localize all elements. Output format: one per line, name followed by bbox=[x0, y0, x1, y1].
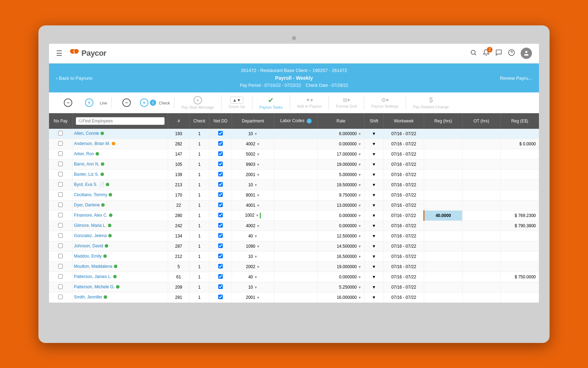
dept-dropdown-arrow[interactable]: ▼ bbox=[256, 245, 260, 248]
dept-dropdown-arrow[interactable]: ▼ bbox=[256, 173, 260, 177]
payrun-settings-button[interactable]: ⚙▾ Payrun Settings bbox=[368, 95, 402, 110]
nopay-checkbox[interactable] bbox=[58, 233, 63, 238]
nopay-checkbox[interactable] bbox=[58, 141, 63, 146]
shift-cell[interactable]: ▼ bbox=[365, 129, 384, 139]
user-avatar[interactable] bbox=[521, 48, 532, 59]
rate-dropdown-arrow[interactable]: ▼ bbox=[358, 275, 361, 279]
employee-name[interactable]: Anderson, Brian M. bbox=[73, 139, 168, 148]
nopay-checkbox[interactable] bbox=[58, 172, 63, 176]
shift-cell[interactable]: ▼ bbox=[365, 292, 384, 302]
nopay-checkbox[interactable] bbox=[58, 243, 63, 248]
netdd-checkbox[interactable] bbox=[218, 254, 223, 258]
labor-codes-info-icon[interactable]: i bbox=[307, 119, 312, 123]
pay-stub-button[interactable]: + Pay Stub Message bbox=[179, 95, 217, 111]
employee-name[interactable]: Arker, Ron bbox=[73, 149, 168, 158]
employee-name[interactable]: Gilmore, Maria L. bbox=[73, 221, 168, 230]
dept-dropdown-arrow[interactable]: ▼ bbox=[256, 193, 260, 197]
dept-dropdown-arrow[interactable]: ▼ bbox=[256, 265, 260, 269]
dept-dropdown-arrow[interactable]: ▼ bbox=[254, 183, 258, 187]
rate-dropdown-arrow[interactable]: ▼ bbox=[358, 214, 361, 218]
employee-name[interactable]: Maddox, Emily bbox=[73, 252, 168, 261]
rate-dropdown-arrow[interactable]: ▼ bbox=[358, 163, 361, 167]
rate-dropdown-arrow[interactable]: ▼ bbox=[358, 173, 361, 177]
bell-icon[interactable]: 2 bbox=[483, 49, 490, 58]
employee-name[interactable]: Gonzalez, Jelena bbox=[73, 231, 168, 240]
netdd-checkbox[interactable] bbox=[218, 162, 223, 166]
rate-dropdown-arrow[interactable]: ▼ bbox=[358, 255, 361, 259]
dept-dropdown-arrow[interactable]: ▼ bbox=[254, 255, 258, 259]
employee-name[interactable]: Baxter, Liz S. bbox=[73, 170, 168, 179]
netdd-checkbox[interactable] bbox=[218, 264, 223, 269]
employee-name[interactable]: Byrd, Eva S.📄 bbox=[73, 180, 168, 189]
shift-cell[interactable]: ▼ bbox=[365, 169, 384, 180]
pay-related-button[interactable]: $ Pay Related Change bbox=[410, 95, 452, 110]
shift-cell[interactable]: ▼ bbox=[365, 200, 384, 210]
netdd-checkbox[interactable] bbox=[218, 223, 223, 228]
shift-cell[interactable]: ▼ bbox=[365, 272, 384, 282]
nopay-checkbox[interactable] bbox=[58, 223, 63, 228]
check-plus-button[interactable]: + i bbox=[137, 97, 159, 108]
line-minus-button[interactable]: − bbox=[57, 97, 79, 108]
dept-dropdown-arrow[interactable]: ▼ bbox=[256, 163, 260, 167]
shift-cell[interactable]: ▼ bbox=[365, 210, 384, 221]
check-info-icon[interactable]: i bbox=[150, 99, 156, 106]
nopay-checkbox[interactable] bbox=[58, 264, 63, 269]
nopay-checkbox[interactable] bbox=[58, 284, 63, 289]
netdd-checkbox[interactable] bbox=[218, 141, 223, 146]
nopay-checkbox[interactable] bbox=[58, 213, 63, 217]
nopay-checkbox[interactable] bbox=[58, 203, 63, 207]
dept-dropdown-arrow[interactable]: ▼ bbox=[256, 204, 260, 207]
hamburger-icon[interactable]: ☰ bbox=[56, 49, 62, 58]
employee-name[interactable]: Patterson, Michele G. bbox=[73, 282, 168, 291]
rate-dropdown-arrow[interactable]: ▼ bbox=[358, 152, 361, 156]
nopay-checkbox[interactable] bbox=[58, 192, 63, 197]
dept-dropdown-arrow[interactable]: ▼ bbox=[254, 132, 258, 136]
employee-name[interactable]: Patterson, James L. bbox=[73, 272, 168, 281]
shift-cell[interactable]: ▼ bbox=[365, 221, 384, 231]
dept-dropdown-arrow[interactable]: ▼ bbox=[256, 224, 260, 228]
format-grid-button[interactable]: ⊞▾ Format Grid bbox=[333, 95, 360, 110]
employee-name[interactable]: Finamore, Alex C. bbox=[73, 211, 168, 220]
dept-dropdown-arrow[interactable]: ▼ bbox=[254, 275, 258, 279]
rate-dropdown-arrow[interactable]: ▼ bbox=[358, 224, 361, 228]
rate-dropdown-arrow[interactable]: ▼ bbox=[358, 285, 361, 289]
dept-dropdown-arrow[interactable]: ▼ bbox=[256, 296, 260, 300]
netdd-checkbox[interactable] bbox=[218, 182, 223, 187]
shift-cell[interactable]: ▼ bbox=[365, 261, 384, 272]
nopay-checkbox[interactable] bbox=[58, 131, 63, 135]
rate-dropdown-arrow[interactable]: ▼ bbox=[358, 142, 361, 146]
rate-dropdown-arrow[interactable]: ▼ bbox=[358, 296, 361, 300]
employee-name[interactable]: Smith, Jennifer bbox=[73, 292, 168, 302]
shift-cell[interactable]: ▼ bbox=[365, 159, 384, 169]
employee-name[interactable]: Ceciliano, Tommy bbox=[73, 190, 168, 199]
netdd-checkbox[interactable] bbox=[218, 295, 223, 299]
back-to-payruns-link[interactable]: ‹ Back to Payruns bbox=[56, 75, 92, 80]
shift-cell[interactable]: ▼ bbox=[365, 149, 384, 159]
rate-dropdown-arrow[interactable]: ▼ bbox=[358, 204, 361, 207]
chat-icon[interactable] bbox=[495, 49, 502, 58]
nopay-checkbox[interactable] bbox=[58, 295, 63, 299]
netdd-checkbox[interactable] bbox=[218, 274, 223, 279]
rate-dropdown-arrow[interactable]: ▼ bbox=[358, 193, 361, 197]
rate-dropdown-arrow[interactable]: ▼ bbox=[358, 245, 361, 248]
rate-dropdown-arrow[interactable]: ▼ bbox=[358, 265, 361, 269]
netdd-checkbox[interactable] bbox=[218, 213, 223, 217]
add-to-payrun-button[interactable]: ✦▾ Add to Payrun bbox=[294, 95, 325, 110]
dept-dropdown-arrow[interactable]: ▼ bbox=[254, 234, 258, 238]
employee-name[interactable]: Allen, Connie bbox=[73, 129, 168, 138]
netdd-checkbox[interactable] bbox=[218, 131, 223, 135]
nopay-checkbox[interactable] bbox=[58, 182, 63, 187]
employee-name[interactable]: Moulton, Maddalena bbox=[73, 262, 168, 271]
help-icon[interactable] bbox=[508, 49, 515, 58]
gross-up-button[interactable]: ▲▼ Gross Up bbox=[226, 95, 247, 110]
shift-cell[interactable]: ▼ bbox=[365, 231, 384, 241]
shift-cell[interactable]: ▼ bbox=[365, 241, 384, 251]
rate-dropdown-arrow[interactable]: ▼ bbox=[358, 183, 361, 187]
nopay-checkbox[interactable] bbox=[58, 254, 63, 258]
search-icon[interactable] bbox=[470, 49, 477, 58]
dept-dropdown-arrow[interactable]: ▼ bbox=[256, 142, 260, 146]
netdd-checkbox[interactable] bbox=[218, 172, 223, 176]
netdd-checkbox[interactable] bbox=[218, 151, 223, 156]
nopay-checkbox[interactable] bbox=[58, 151, 63, 156]
nopay-checkbox[interactable] bbox=[58, 162, 63, 166]
